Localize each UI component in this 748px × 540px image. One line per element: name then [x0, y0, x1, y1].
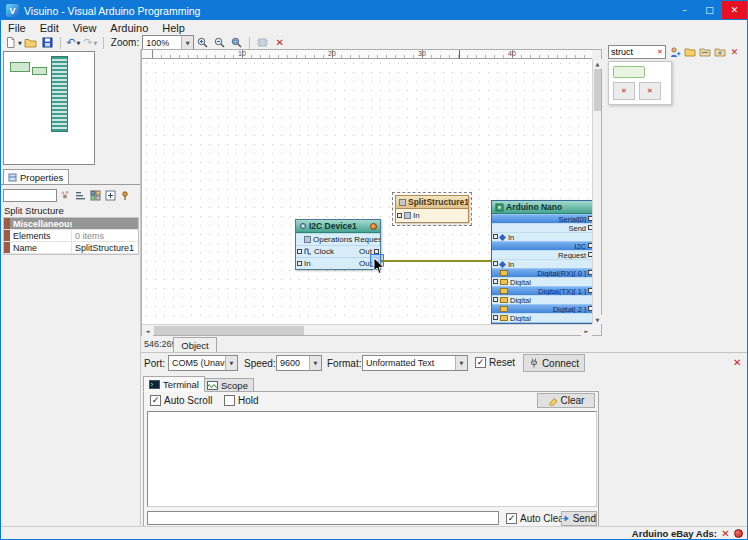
auto-scroll-checkbox[interactable]: ✓ Auto Scroll — [150, 395, 212, 406]
i2c-row-in[interactable]: In Out — [296, 257, 380, 269]
close-button[interactable]: ✕ — [722, 1, 747, 19]
hold-checkbox-box[interactable] — [224, 395, 235, 406]
property-value[interactable]: SplitStructure1 — [72, 243, 138, 253]
component-pin-icon[interactable] — [370, 223, 377, 230]
palette-view-icon[interactable] — [698, 46, 711, 59]
horizontal-scrollbar[interactable]: ◄ ► — [142, 324, 592, 335]
auto-clear-checkbox[interactable]: ✓ Auto Clear — [506, 513, 567, 524]
pin-icon[interactable] — [119, 189, 132, 202]
digital-pin[interactable] — [493, 315, 498, 320]
tab-object[interactable]: Object — [173, 337, 217, 352]
arduino-header[interactable]: Arduino Nano — [492, 201, 592, 214]
reset-checkbox[interactable]: ✓ Reset — [475, 357, 515, 368]
zoom-out-button[interactable] — [211, 35, 228, 50]
zoom-fit-button[interactable] — [228, 35, 245, 50]
sort-alpha-icon[interactable] — [74, 189, 87, 202]
component-arduino-nano[interactable]: Arduino Nano Serial[0] Send In I2C Reque… — [491, 200, 592, 324]
palette-item-make-structure[interactable]: ✕ — [613, 82, 635, 100]
scroll-up-arrow[interactable]: ▲ — [593, 59, 602, 68]
categorized-view-icon[interactable] — [89, 189, 102, 202]
scroll-left-arrow[interactable]: ◄ — [142, 325, 153, 336]
reset-checkbox-box[interactable]: ✓ — [475, 357, 486, 368]
close-connection-panel-icon[interactable]: ✕ — [733, 357, 741, 368]
component-tool-button[interactable] — [254, 35, 271, 50]
arduino-row-i2c[interactable]: I2C — [492, 241, 592, 250]
i2c-device-header[interactable]: I2C Device1 — [296, 220, 380, 233]
arduino-row-send[interactable]: Send — [492, 223, 592, 232]
arduino-row-in[interactable]: In — [492, 232, 592, 241]
close-ads-icon[interactable]: ✕ — [720, 528, 731, 539]
vertical-scroll-thumb[interactable] — [594, 69, 601, 111]
open-project-button[interactable] — [22, 35, 39, 50]
input-pin-clock[interactable] — [297, 249, 302, 254]
component-i2c-device[interactable]: I2C Device1 Operations Request1 Clock Ou… — [295, 219, 381, 270]
menu-arduino[interactable]: Arduino — [103, 21, 155, 35]
tab-properties[interactable]: Properties — [3, 169, 69, 184]
design-canvas[interactable]: I2C Device1 Operations Request1 Clock Ou… — [142, 59, 592, 324]
arduino-row-digital[interactable]: Digital — [492, 295, 592, 304]
i2c-row-operations[interactable]: Operations Request1 — [296, 233, 380, 245]
menu-file[interactable]: File — [1, 21, 33, 35]
format-select[interactable]: Unformatted Text ▼ — [362, 355, 468, 371]
minimize-button[interactable]: – — [672, 1, 697, 19]
new-project-button[interactable]: ▼ — [4, 35, 22, 50]
save-project-button[interactable] — [39, 35, 56, 50]
palette-item-split-structure[interactable]: ✕ — [639, 82, 661, 100]
menu-view[interactable]: View — [66, 21, 104, 35]
auto-scroll-checkbox-box[interactable]: ✓ — [150, 395, 161, 406]
tab-scope[interactable]: Scope — [201, 378, 254, 392]
scroll-right-arrow[interactable]: ► — [581, 325, 592, 336]
arduino-row-request[interactable]: Request — [492, 250, 592, 259]
ads-status-icon[interactable] — [733, 528, 744, 539]
clear-search-icon[interactable]: ✕ — [655, 46, 665, 57]
send-button[interactable]: Send — [561, 511, 597, 526]
arduino-row-digital[interactable]: Digital — [492, 277, 592, 286]
vertical-scrollbar[interactable]: ▲ ▼ — [592, 59, 601, 324]
arduino-row-serial0[interactable]: Serial[0] — [492, 214, 592, 223]
property-row-elements[interactable]: Elements 0 items — [4, 230, 138, 242]
terminal-output[interactable] — [147, 411, 597, 507]
new-category-icon[interactable] — [683, 46, 696, 59]
arduino-row-digital-2[interactable]: Digital[ 2 ] — [492, 304, 592, 313]
palette-tree-icon[interactable] — [713, 46, 726, 59]
input-pin-in[interactable] — [297, 261, 302, 266]
input-pin-in[interactable] — [397, 213, 402, 218]
split-structure-header[interactable]: SplitStructure1 — [396, 196, 468, 209]
terminal-send-input[interactable] — [147, 511, 499, 525]
scroll-down-arrow[interactable]: ▼ — [593, 315, 602, 324]
speed-select[interactable]: 9600 ▼ — [276, 355, 322, 371]
split-row-in[interactable]: In — [396, 209, 468, 222]
horizontal-scroll-thumb[interactable] — [154, 326, 304, 335]
menu-edit[interactable]: Edit — [33, 21, 66, 35]
arduino-row-digital[interactable]: Digital — [492, 313, 592, 322]
connect-button[interactable]: Connect — [523, 354, 585, 372]
port-select[interactable]: COM5 (Unavailable) ▼ — [168, 355, 238, 371]
property-row-name[interactable]: Name SplitStructure1 — [4, 242, 138, 254]
input-pin[interactable] — [493, 261, 498, 266]
zoom-select[interactable]: 100% ▼ — [142, 35, 194, 50]
menu-help[interactable]: Help — [155, 21, 192, 35]
i2c-row-clock[interactable]: Clock Out — [296, 245, 380, 257]
expand-all-icon[interactable] — [104, 189, 117, 202]
arduino-row-digital-rx0[interactable]: Digital(RX)[ 0 ] — [492, 268, 592, 277]
digital-pin[interactable] — [493, 297, 498, 302]
property-category-row[interactable]: Miscellaneous — [4, 218, 138, 230]
hold-checkbox[interactable]: Hold — [224, 395, 259, 406]
zoom-in-button[interactable] — [194, 35, 211, 50]
wand-icon[interactable] — [59, 189, 72, 202]
filter-user-icon[interactable] — [668, 46, 681, 59]
arduino-row-digital-tx1[interactable]: Digital(TX)[ 1 ] — [492, 286, 592, 295]
tab-terminal[interactable]: Terminal — [143, 376, 205, 392]
clear-button[interactable]: Clear — [537, 393, 595, 408]
component-split-structure[interactable]: SplitStructure1 In — [395, 195, 469, 223]
maximize-button[interactable]: □ — [697, 1, 722, 19]
output-pin-out[interactable] — [374, 249, 379, 254]
delete-button[interactable]: ✕ — [271, 35, 288, 50]
auto-clear-checkbox-box[interactable]: ✓ — [506, 513, 517, 524]
arduino-row-in-i2c[interactable]: In — [492, 259, 592, 268]
close-palette-filter-icon[interactable]: ✕ — [728, 46, 741, 59]
undo-button[interactable]: ↶ ▼ — [65, 35, 82, 50]
input-pin[interactable] — [493, 234, 498, 239]
palette-category-structure[interactable] — [613, 66, 645, 78]
digital-pin[interactable] — [493, 279, 498, 284]
